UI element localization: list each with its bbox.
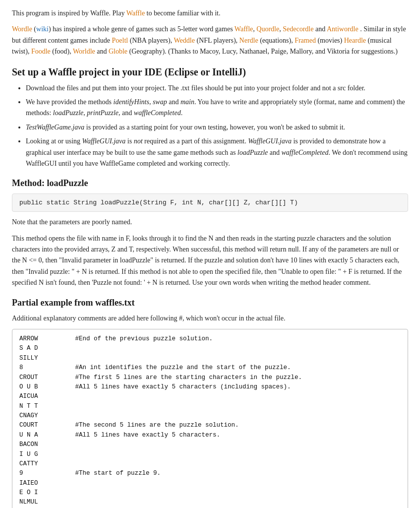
section1-heading: Set up a Waffle project in your IDE (Ecl… xyxy=(12,66,408,78)
wiki-link-wrap: (wiki) xyxy=(34,25,51,33)
section2-heading: Method: loadPuzzle xyxy=(12,178,408,189)
intro-text1: This program is inspired by Waffle. Play xyxy=(12,9,126,17)
intro-text1-end: to become familiar with it. xyxy=(145,9,220,17)
nba-label: (NBA players), xyxy=(130,37,174,44)
waffle-link2[interactable]: Waffle xyxy=(235,25,253,33)
para2-mid: has inspired a whole genre of games such… xyxy=(53,25,235,33)
wiki-link[interactable]: wiki xyxy=(36,25,49,33)
description-text: This method opens the file with name in … xyxy=(12,233,408,289)
weddle-link[interactable]: Weddle xyxy=(174,37,194,44)
file-content-block: ARROW #End of the previous puzzle soluti… xyxy=(12,329,408,508)
intro-para1: This program is inspired by Waffle. Play… xyxy=(12,8,408,19)
food-text: (food), xyxy=(52,48,73,55)
antiwordle-link[interactable]: Antiwordle xyxy=(327,25,359,33)
movies-label: (movies) xyxy=(317,37,344,44)
and-text2: and xyxy=(97,48,109,55)
quordle-link[interactable]: Quordle xyxy=(256,25,279,33)
nfl-label: (NFL players), xyxy=(196,37,239,44)
globle-link[interactable]: Globle xyxy=(109,48,127,55)
intro-para2: Wordle (wiki) has inspired a whole genre… xyxy=(12,24,408,57)
sedecordle-link[interactable]: Sedecordle xyxy=(283,25,313,33)
framed-link[interactable]: Framed xyxy=(295,37,316,44)
heardle-link[interactable]: Heardle xyxy=(344,37,366,44)
code-block: public static String loadPuzzle(String F… xyxy=(12,193,408,212)
equations-label: (equations), xyxy=(260,37,295,44)
bullet3: TestWaffleGame.java is provided as a sta… xyxy=(26,122,408,133)
and-text: and xyxy=(315,25,327,33)
geography-text: (Geography). (Thanks to Macoy, Lucy, Nat… xyxy=(129,48,398,55)
bullet4: Looking at or using WaffleGUI.java is no… xyxy=(26,136,408,169)
poeltl-link[interactable]: Poeltl xyxy=(112,37,128,44)
bullet2: We have provided the methods identifyHin… xyxy=(26,97,408,119)
section3-heading: Partial example from waffles.txt xyxy=(12,298,408,308)
nerdle-link[interactable]: Nerdle xyxy=(240,37,258,44)
worldle-link[interactable]: Worldle xyxy=(73,48,95,55)
note-text: Note that the parameters are poorly name… xyxy=(12,217,408,228)
foodle-link[interactable]: Foodle xyxy=(31,48,51,55)
section1-list: Download the files and put them into you… xyxy=(26,83,408,170)
bullet1: Download the files and put them into you… xyxy=(26,83,408,94)
waffle-link[interactable]: Waffle xyxy=(126,9,145,17)
wordle-link[interactable]: Wordle xyxy=(12,25,32,33)
section3-intro: Additional explanatory comments are adde… xyxy=(12,313,408,324)
